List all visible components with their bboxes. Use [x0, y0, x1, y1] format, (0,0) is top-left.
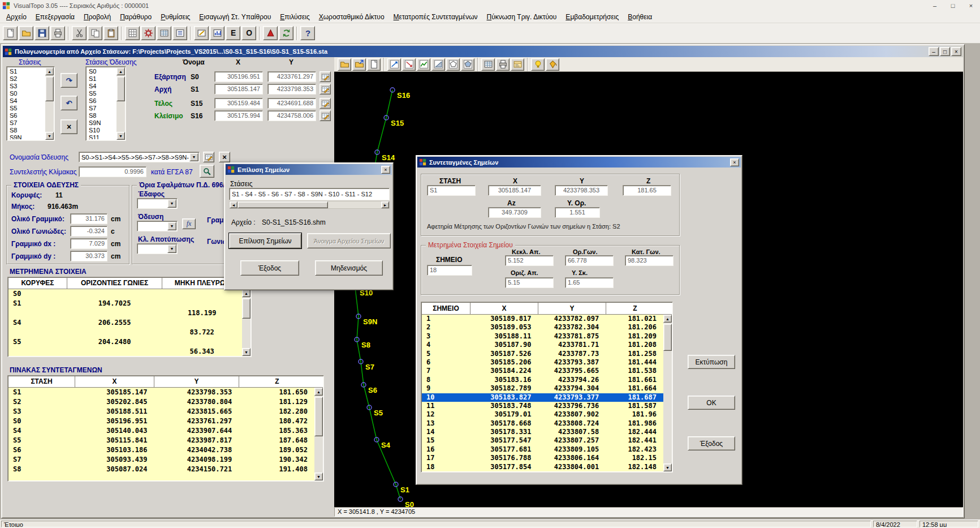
scale-factor-field[interactable]: 0.9996: [79, 166, 146, 177]
station-x-field[interactable]: 305159.484: [214, 98, 263, 109]
station-list-item[interactable]: S0: [8, 90, 45, 97]
table-row[interactable]: S0305196.9514233761.297180.472: [8, 417, 314, 426]
map-new-button[interactable]: [367, 58, 381, 71]
table-row[interactable]: 56.343: [8, 347, 242, 356]
close-button[interactable]: ×: [962, 0, 980, 11]
map-slope-button[interactable]: [431, 58, 445, 71]
table-row[interactable]: 8305183.164233794.26181.661: [422, 376, 663, 384]
remove-from-route-button[interactable]: ↶: [61, 96, 77, 110]
table-row[interactable]: S4206.2555: [8, 318, 242, 328]
clear-route-button[interactable]: ×: [61, 119, 77, 134]
plot-scale-combobox[interactable]: ▼: [137, 243, 178, 254]
list-view-button[interactable]: [172, 26, 187, 40]
route-station-list-item[interactable]: S10: [87, 127, 116, 134]
station-list-item[interactable]: S1: [8, 68, 45, 75]
chart-button[interactable]: [210, 26, 225, 40]
scroll-down-icon[interactable]: ▼: [314, 473, 323, 480]
table-row[interactable]: 16305177.6814233809.105182.423: [422, 445, 663, 454]
delete-route-button[interactable]: ×: [219, 152, 230, 162]
table-view-button[interactable]: [157, 26, 171, 40]
table-row[interactable]: S6305103.1864234042.738189.052: [8, 445, 314, 455]
map-line-down-button[interactable]: [402, 58, 416, 71]
route-station-list-item[interactable]: S11: [87, 134, 116, 139]
azimuth-field[interactable]: 349.7309: [488, 207, 541, 218]
new-file-button[interactable]: [3, 26, 18, 40]
vertical-scrollbar[interactable]: ▲▼: [663, 315, 672, 471]
vscrollbar-thumb[interactable]: [45, 76, 54, 101]
table-row[interactable]: 14305178.3314233807.58182.444: [422, 428, 663, 436]
scroll-up-icon[interactable]: ▲: [242, 289, 251, 297]
route-station-list-item[interactable]: S0: [87, 68, 116, 75]
station-list-item[interactable]: S8: [8, 127, 45, 134]
table-row[interactable]: 3305188.114233781.875181.209: [422, 332, 663, 341]
scroll-right-icon[interactable]: ►: [381, 201, 389, 208]
station-name-field[interactable]: S1: [427, 185, 476, 196]
ok-button[interactable]: OK: [688, 396, 735, 410]
point-number-field[interactable]: 18: [427, 265, 472, 276]
refresh-button[interactable]: [279, 26, 293, 40]
scroll-down-icon[interactable]: ▼: [663, 463, 672, 471]
reset-button[interactable]: Μηδενισμός: [315, 260, 383, 276]
station-y-field[interactable]: 4233798.353: [555, 185, 608, 196]
save-button[interactable]: [34, 26, 49, 40]
horizontal-distance-field[interactable]: 5.15: [505, 277, 554, 288]
map-table-button[interactable]: [481, 58, 495, 71]
table-row[interactable]: 1305189.8174233782.097181.021: [422, 315, 663, 323]
table-row[interactable]: 83.722: [8, 328, 242, 337]
measured-data-table[interactable]: ΚΟΡΥΦΕΣΟΡΙΖΟΝΤΙΕΣ ΓΩΝΙΕΣΜΗΚΗ ΠΛΕΥΡΩΝS0S1…: [7, 277, 252, 357]
edit-route-button[interactable]: [203, 152, 214, 162]
route-station-list-item[interactable]: S8: [87, 112, 116, 119]
route-name-combobox[interactable]: S0->S1->S4->S5->S6->S7->S8->S9N->S10- ▼: [79, 152, 200, 162]
chevron-down-icon[interactable]: ▼: [167, 222, 176, 230]
elevation-button[interactable]: E: [226, 26, 240, 40]
menu-item-7[interactable]: Επιλύσεις: [275, 11, 314, 23]
scroll-up-icon[interactable]: ▲: [116, 67, 125, 75]
scroll-left-icon[interactable]: ◄: [230, 201, 238, 208]
map-polyline-button[interactable]: [417, 58, 430, 71]
draw-button[interactable]: [194, 26, 209, 40]
table-row[interactable]: 5305187.5264233787.73181.258: [422, 350, 663, 358]
table-row[interactable]: 15305177.5474233807.257182.441: [422, 436, 663, 445]
station-y-field[interactable]: 4233798.353: [267, 84, 316, 95]
scale-lookup-button[interactable]: [200, 165, 214, 178]
station-list-item[interactable]: S5: [8, 105, 45, 112]
table-row[interactable]: 4305187.904233781.71181.208: [422, 341, 663, 349]
route-station-list-item[interactable]: S6: [87, 97, 116, 105]
hscrollbar-thumb[interactable]: [238, 201, 328, 208]
vertical-scrollbar[interactable]: ▲▼: [314, 388, 323, 480]
table-row[interactable]: S7305093.4394234098.199190.342: [8, 455, 314, 465]
chevron-down-icon[interactable]: ▼: [189, 153, 198, 161]
chevron-down-icon[interactable]: ▼: [167, 199, 176, 208]
station-x-field[interactable]: 305185.147: [214, 84, 263, 95]
table-row[interactable]: S3305188.5114233815.665182.280: [8, 407, 314, 417]
inclined-distance-field[interactable]: 5.152: [505, 255, 554, 266]
add-to-route-button[interactable]: ↷: [61, 73, 77, 88]
map-hatch-button[interactable]: [461, 58, 474, 71]
settings-button[interactable]: [141, 26, 156, 40]
route-stations-listbox[interactable]: S0S1S4S5S6S7S8S9NS10S11▲▼: [85, 66, 126, 141]
station-list-item[interactable]: S3: [8, 83, 45, 90]
print-button[interactable]: [50, 26, 65, 40]
vscrollbar-thumb[interactable]: [242, 298, 251, 319]
station-list-item[interactable]: S2: [8, 75, 45, 83]
station-list-item[interactable]: S4: [8, 97, 45, 105]
station-y-field[interactable]: 4233761.297: [267, 71, 316, 82]
scroll-up-icon[interactable]: ▲: [314, 388, 323, 396]
station-list-item[interactable]: S9N: [8, 134, 45, 139]
table-row[interactable]: 2305189.0534233782.304181.206: [422, 323, 663, 332]
table-row[interactable]: S1305185.1474233798.353181.650: [8, 388, 314, 397]
menu-item-10[interactable]: Πύκνωση Τριγ. Δικτύου: [482, 11, 562, 23]
map-polygon-button[interactable]: [446, 58, 460, 71]
station-z-field[interactable]: 181.65: [623, 185, 671, 196]
instrument-height-field[interactable]: 1.551: [555, 207, 600, 218]
solve-exit-button[interactable]: Έξοδος: [240, 260, 299, 276]
solve-dialog-titlebar[interactable]: Επίλυση Σημείων ×: [226, 164, 392, 175]
cone-button[interactable]: [263, 26, 278, 40]
map-print-button[interactable]: [496, 58, 510, 71]
table-row[interactable]: 11305183.7484233796.736181.587: [422, 402, 663, 410]
child-minimize-button[interactable]: –: [929, 47, 939, 56]
scroll-down-icon[interactable]: ▼: [242, 348, 251, 356]
ortho-button[interactable]: O: [241, 26, 256, 40]
table-row[interactable]: 10305183.8274233793.377181.687: [422, 393, 663, 402]
close-icon[interactable]: ×: [730, 158, 739, 166]
